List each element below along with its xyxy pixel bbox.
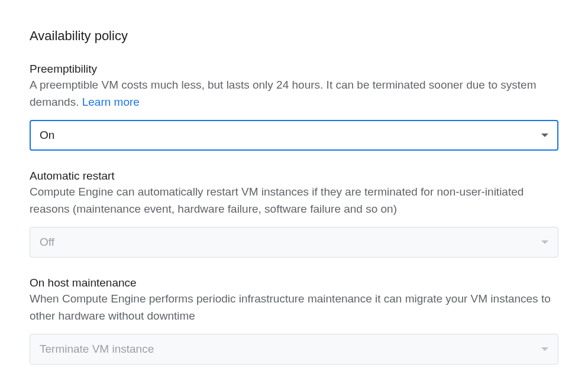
preemptibility-label: Preemptibility <box>30 63 558 76</box>
host-maintenance-description: When Compute Engine performs periodic in… <box>30 291 558 324</box>
automatic-restart-label: Automatic restart <box>30 170 558 183</box>
automatic-restart-select-value: Off <box>40 236 54 249</box>
preemptibility-select-wrapper: On <box>30 120 558 151</box>
section-title: Availability policy <box>30 28 558 44</box>
host-maintenance-select-wrapper: Terminate VM instance <box>30 334 558 365</box>
host-maintenance-field: On host maintenance When Compute Engine … <box>30 276 558 365</box>
preemptibility-select[interactable]: On <box>30 120 558 151</box>
preemptibility-learn-more-link[interactable]: Learn more <box>82 96 140 108</box>
preemptibility-description: A preemptible VM costs much less, but la… <box>30 77 558 110</box>
preemptibility-field: Preemptibility A preemptible VM costs mu… <box>30 63 558 151</box>
automatic-restart-select[interactable]: Off <box>30 227 558 258</box>
host-maintenance-select[interactable]: Terminate VM instance <box>30 334 558 365</box>
host-maintenance-label: On host maintenance <box>30 276 558 289</box>
automatic-restart-select-wrapper: Off <box>30 227 558 258</box>
automatic-restart-description: Compute Engine can automatically restart… <box>30 184 558 217</box>
preemptibility-select-value: On <box>40 129 54 142</box>
automatic-restart-field: Automatic restart Compute Engine can aut… <box>30 170 558 258</box>
host-maintenance-select-value: Terminate VM instance <box>40 343 154 356</box>
